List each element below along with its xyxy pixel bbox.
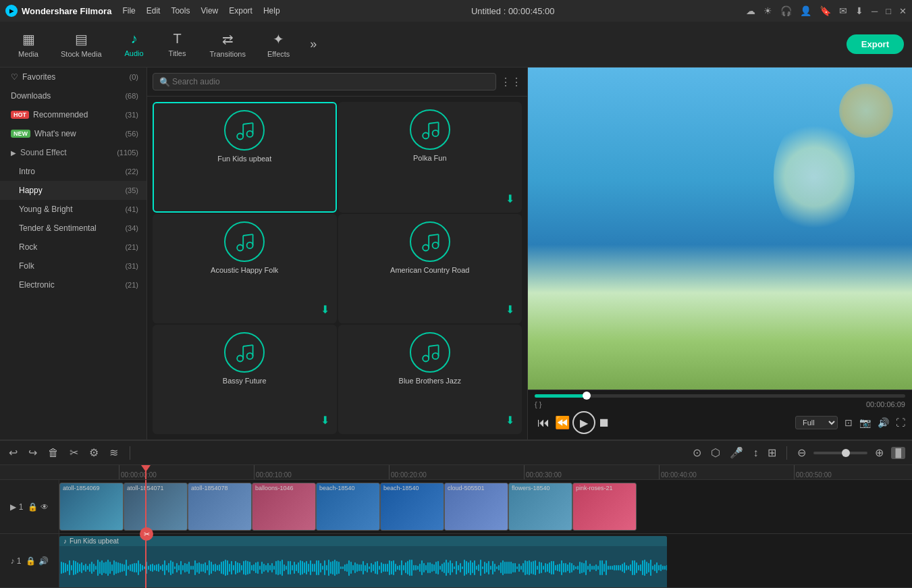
download-icon[interactable]: ⬇: [855, 5, 863, 16]
fullscreen-icon[interactable]: ⛶: [896, 417, 905, 428]
step-back-button[interactable]: ⏪: [552, 412, 572, 433]
skip-back-button[interactable]: ⏮: [535, 413, 552, 433]
sidebar-item-rock[interactable]: Rock (21): [0, 238, 146, 257]
cut-tool[interactable]: ✂: [68, 444, 80, 461]
toolbar-titles[interactable]: T Titles: [157, 28, 198, 60]
minimize-btn[interactable]: ─: [871, 6, 878, 16]
redo-tool[interactable]: ↪: [26, 444, 39, 461]
menu-view[interactable]: View: [200, 6, 218, 16]
close-btn[interactable]: ✕: [899, 6, 907, 16]
sidebar-item-whats-new[interactable]: NEW What's new (56): [0, 124, 146, 143]
progress-thumb[interactable]: [583, 392, 591, 400]
sidebar-item-happy[interactable]: Happy (35): [0, 181, 146, 200]
video-clip-2[interactable]: atoll-1854071: [124, 483, 188, 531]
tl-tool-1[interactable]: ⊙: [691, 444, 703, 461]
audio-volume-icon[interactable]: 🔊: [38, 556, 49, 566]
video-clip-4[interactable]: balloons-1046: [252, 483, 316, 531]
tl-highlight[interactable]: █: [891, 447, 905, 459]
waveform-bar: [241, 565, 242, 570]
sidebar-item-tender[interactable]: Tender & Sentimental (34): [0, 219, 146, 238]
audio-card-polka-fun[interactable]: Polka Fun ⬇: [338, 102, 522, 213]
toolbar-transitions[interactable]: ⇄ Transitions: [200, 28, 255, 61]
volume-icon[interactable]: 🔊: [878, 417, 889, 428]
cloud-icon[interactable]: ☁: [746, 5, 755, 16]
preview-progress-bar[interactable]: [535, 394, 905, 398]
export-button[interactable]: Export: [847, 34, 904, 54]
waveform-bar: [215, 564, 216, 572]
video-clip-8[interactable]: flowers-18540: [508, 483, 572, 531]
video-clip-5[interactable]: beach-18540: [316, 483, 380, 531]
headphone-icon[interactable]: 🎧: [780, 5, 792, 16]
zoom-select[interactable]: Full 50% 75% 100%: [795, 416, 838, 429]
settings-tool[interactable]: ⚙: [87, 444, 101, 461]
sidebar-item-intro[interactable]: Intro (22): [0, 162, 146, 181]
toolbar-effects[interactable]: ✦ Effects: [258, 28, 299, 61]
user-icon[interactable]: 👤: [800, 5, 811, 16]
audio-search-input[interactable]: [153, 73, 496, 90]
audio-card-acoustic-happy-folk[interactable]: Acoustic Happy Folk ⬇: [153, 214, 337, 323]
video-clip-3[interactable]: atoll-1854078: [188, 483, 252, 531]
maximize-btn[interactable]: □: [886, 6, 891, 16]
zoom-bar[interactable]: [813, 452, 867, 454]
tl-tool-3[interactable]: 🎤: [728, 444, 745, 461]
audio-lock-icon[interactable]: 🔒: [26, 556, 36, 566]
video-clip-6[interactable]: beach-18540: [380, 483, 444, 531]
tl-tool-2[interactable]: ⬡: [709, 444, 722, 461]
audio-track-content[interactable]: ♪ Fun Kids upbeat: [59, 536, 667, 587]
audio-card-fun-kids-upbeat[interactable]: Fun Kids upbeat: [153, 102, 337, 213]
waveform-tool[interactable]: ≋: [107, 444, 120, 461]
screenshot-icon[interactable]: 📷: [859, 417, 871, 428]
toolbar-media[interactable]: ▦ Media: [8, 28, 49, 61]
bookmark-icon[interactable]: 🔖: [820, 5, 831, 16]
preview-placeholder: [528, 68, 912, 390]
sidebar-item-folk[interactable]: Folk (31): [0, 257, 146, 275]
download-icon-6[interactable]: ⬇: [506, 414, 514, 427]
audio-card-american-country-road[interactable]: American Country Road ⬇: [338, 214, 522, 323]
download-icon-5[interactable]: ⬇: [321, 414, 329, 427]
zoom-in-tool[interactable]: ⊕: [873, 444, 886, 461]
sidebar-item-downloads[interactable]: Downloads (68): [0, 86, 146, 105]
menu-export[interactable]: Export: [229, 6, 252, 16]
video-clip-7[interactable]: cloud-505501: [444, 483, 508, 531]
sun-icon[interactable]: ☀: [763, 5, 772, 16]
tl-tool-5[interactable]: ⊞: [766, 444, 778, 461]
menu-help[interactable]: Help: [263, 6, 280, 16]
sidebar-item-recommended[interactable]: HOT Recommended (31): [0, 105, 146, 124]
waveform-bar: [298, 562, 299, 574]
waveform-bar: [474, 560, 475, 575]
crop-icon[interactable]: ⊡: [844, 417, 853, 428]
waveform-bar: [549, 562, 550, 573]
video-clip-9[interactable]: pink-roses-21: [572, 483, 637, 531]
waveform-bar: [73, 560, 74, 574]
download-icon-3[interactable]: ⬇: [321, 303, 329, 316]
toolbar-stock-media[interactable]: ▤ Stock Media: [51, 28, 111, 61]
eye-icon[interactable]: 👁: [41, 502, 49, 512]
delete-tool[interactable]: 🗑: [46, 445, 61, 461]
play-button[interactable]: ▶: [572, 411, 595, 434]
playhead[interactable]: [145, 465, 146, 479]
download-icon-2[interactable]: ⬇: [506, 192, 514, 205]
video-clip-1[interactable]: atoll-1854069: [59, 483, 124, 531]
menu-file[interactable]: File: [122, 6, 135, 16]
download-icon-4[interactable]: ⬇: [506, 303, 514, 316]
audio-card-bassy-future[interactable]: Bassy Future ⬇: [153, 325, 337, 434]
menu-edit[interactable]: Edit: [146, 6, 161, 16]
toolbar-more[interactable]: »: [304, 34, 322, 54]
stop-button[interactable]: ⏹: [595, 413, 613, 433]
tl-tool-4[interactable]: ↕: [751, 445, 760, 461]
sidebar-item-favorites[interactable]: ♡ Favorites (0): [0, 68, 146, 86]
toolbar-audio[interactable]: ♪ Audio: [114, 28, 155, 60]
audio-card-blue-brothers-jazz[interactable]: Blue Brothers Jazz ⬇: [338, 325, 522, 434]
menu-tools[interactable]: Tools: [171, 6, 190, 16]
undo-tool[interactable]: ↩: [7, 444, 20, 461]
mail-icon[interactable]: ✉: [839, 5, 847, 16]
sidebar-item-sound-effect[interactable]: ▶ Sound Effect (1105): [0, 143, 146, 162]
waveform-bar: [415, 565, 417, 570]
lock-icon[interactable]: 🔒: [28, 502, 38, 512]
zoom-out-tool[interactable]: ⊖: [795, 444, 808, 461]
waveform-bar: [223, 561, 224, 575]
sidebar-item-young-bright[interactable]: Young & Bright (41): [0, 200, 146, 219]
sidebar-item-electronic[interactable]: Electronic (21): [0, 275, 146, 294]
grid-view-icon[interactable]: ⋮⋮: [500, 76, 522, 88]
scissors-icon[interactable]: ✂: [140, 527, 153, 541]
